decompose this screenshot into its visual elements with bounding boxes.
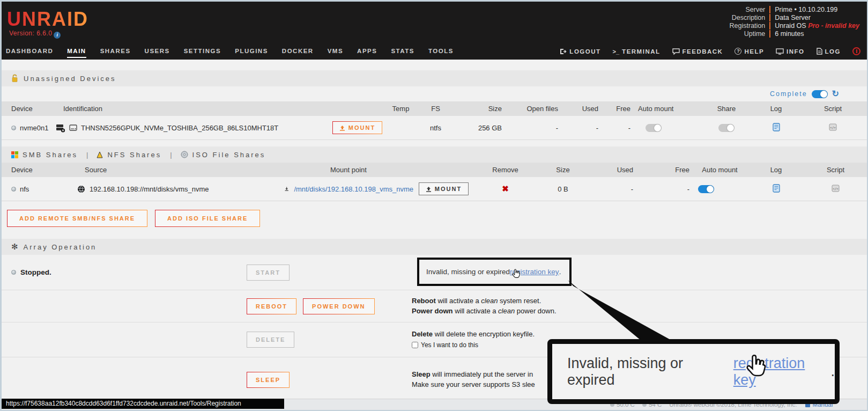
- tab-main[interactable]: MAIN: [67, 45, 86, 58]
- col-share: Share: [700, 105, 753, 113]
- registration-label: Registration: [730, 22, 766, 30]
- share-toggle[interactable]: [718, 124, 735, 132]
- col-auto-mount: Auto mount: [633, 105, 700, 113]
- unassigned-device-row: nvme0n1 THNSN5256GPUK_NVMe_TOSHIBA_256GB…: [2, 116, 867, 140]
- identification-cell: THNSN5256GPUK_NVMe_TOSHIBA_256GB_86LS10M…: [54, 123, 329, 133]
- tab-tools[interactable]: TOOLS: [428, 45, 454, 58]
- tab-settings[interactable]: SETTINGS: [184, 45, 221, 58]
- registration-status: Pro - invalid key: [808, 22, 859, 30]
- delete-confirm-checkbox[interactable]: [412, 342, 418, 348]
- view-log-icon[interactable]: [773, 184, 780, 193]
- feedback-icon: [672, 48, 680, 55]
- download-icon: [285, 185, 288, 193]
- reboot-button[interactable]: REBOOT: [247, 298, 296, 314]
- col-used: Used: [587, 166, 635, 174]
- feedback-button[interactable]: FEEDBACK: [672, 48, 723, 55]
- sleep-button[interactable]: SLEEP: [247, 372, 290, 388]
- array-status-text: Stopped.: [20, 268, 51, 276]
- tab-vms[interactable]: VMS: [328, 45, 343, 58]
- version-label: Version: 6.6.0i: [9, 30, 61, 39]
- col-device: Device: [2, 166, 75, 174]
- tab-dashboard[interactable]: DASHBOARD: [6, 45, 53, 58]
- description-value: Data Server: [769, 14, 859, 21]
- svg-text:</>: </>: [833, 186, 839, 190]
- tab-shares[interactable]: SHARES: [100, 45, 131, 58]
- registration-key-link-zoom[interactable]: registration key: [733, 355, 831, 388]
- col-mount-point: Mount point: [281, 166, 416, 174]
- add-remote-share-button[interactable]: ADD REMOTE SMB/NFS SHARE: [7, 210, 147, 227]
- col-temp: Temp: [386, 105, 416, 113]
- tab-users[interactable]: USERS: [145, 45, 170, 58]
- size-value: 0 B: [539, 185, 587, 193]
- app-header: UNRAID Version: 6.6.0i Server Prime • 10…: [2, 2, 867, 43]
- mount-icon: [426, 186, 432, 192]
- registration-warning-box: Invalid, missing or expired registration…: [417, 258, 572, 286]
- array-alert-button[interactable]: [852, 47, 860, 55]
- col-identification: Identification: [54, 105, 329, 113]
- mount-point-link[interactable]: /mnt/disks/192.168.10.198_vms_nvme: [294, 185, 413, 193]
- auto-mount-toggle[interactable]: [698, 185, 714, 193]
- log-button[interactable]: LOG: [817, 48, 841, 55]
- description-label: Description: [730, 14, 766, 21]
- share-source: 192.168.10.198://mnt/disks/vms_nvme: [90, 185, 209, 193]
- add-iso-share-button[interactable]: ADD ISO FILE SHARE: [155, 210, 260, 227]
- alert-icon: [852, 47, 860, 55]
- remove-share-icon[interactable]: ✖: [502, 184, 509, 193]
- logout-button[interactable]: LOGOUT: [560, 48, 600, 55]
- nav-utilities: LOGOUT >_ TERMINAL FEEDBACK ? HELP INFO …: [560, 47, 860, 55]
- terminal-button[interactable]: >_ TERMINAL: [613, 48, 661, 55]
- section-title: Array Operation: [24, 243, 97, 251]
- iso-disc-icon: [181, 151, 188, 158]
- nav-tabs: DASHBOARD MAIN SHARES USERS SETTINGS PLU…: [6, 45, 454, 58]
- col-fs: FS: [416, 105, 456, 113]
- version-info-icon[interactable]: i: [54, 32, 61, 39]
- unraid-logo: UNRAID: [7, 8, 88, 31]
- free-value: -: [635, 185, 692, 193]
- auto-mount-toggle[interactable]: [646, 124, 662, 132]
- tab-iso-file-shares[interactable]: ISO File Shares: [181, 151, 266, 159]
- complete-toggle[interactable]: [812, 90, 828, 98]
- device-name[interactable]: nvme0n1: [20, 124, 48, 132]
- tab-smb-shares[interactable]: SMB Shares: [11, 151, 78, 159]
- col-size: Size: [539, 166, 587, 174]
- refresh-icon[interactable]: ↻: [832, 90, 839, 98]
- tab-stats[interactable]: STATS: [391, 45, 414, 58]
- tab-plugins[interactable]: PLUGINS: [235, 45, 268, 58]
- col-source: Source: [75, 166, 281, 174]
- info-button[interactable]: INFO: [776, 48, 804, 55]
- browser-status-url: https://f75638aa12fb340c8dcdd63d6f1ffd73…: [2, 399, 284, 409]
- info-icon: [776, 48, 784, 55]
- tab-docker[interactable]: DOCKER: [282, 45, 314, 58]
- delete-button[interactable]: DELETE: [247, 332, 294, 348]
- power-down-button[interactable]: POWER DOWN: [303, 298, 374, 314]
- array-operation-header: ✻ Array Operation: [2, 239, 867, 255]
- section-title: Unassigned Devices: [24, 75, 116, 83]
- registration-value: Unraid OS Pro - invalid key: [769, 22, 859, 30]
- mount-point-cell: /mnt/disks/192.168.10.198_vms_nvme: [281, 185, 416, 193]
- mount-button[interactable]: MOUNT: [332, 121, 382, 134]
- col-size: Size: [456, 105, 504, 113]
- col-free: Free: [600, 105, 633, 113]
- tab-nfs-shares[interactable]: NFS Shares: [97, 151, 161, 159]
- tab-apps[interactable]: APPS: [357, 45, 377, 58]
- smb-windows-icon: [11, 151, 18, 158]
- script-icon[interactable]: </>: [832, 185, 840, 192]
- asterisk-icon: ✻: [11, 242, 18, 252]
- complete-label: Complete: [770, 90, 807, 98]
- device-status-dot: [11, 126, 16, 130]
- share-device-name[interactable]: nfs: [20, 185, 29, 193]
- mount-button[interactable]: MOUNT: [419, 182, 469, 195]
- device-status-dot: [11, 187, 16, 192]
- drive-add-icon[interactable]: [56, 123, 65, 133]
- terminal-icon: >_: [613, 48, 620, 55]
- start-button[interactable]: START: [247, 265, 290, 281]
- registration-key-link[interactable]: registration key: [510, 268, 559, 276]
- script-icon[interactable]: </>: [829, 123, 837, 131]
- main-nav: DASHBOARD MAIN SHARES USERS SETTINGS PLU…: [2, 43, 867, 60]
- view-log-icon[interactable]: [773, 123, 780, 131]
- used-value: -: [587, 185, 635, 193]
- device-identification[interactable]: THNSN5256GPUK_NVMe_TOSHIBA_256GB_86LS10M…: [81, 124, 278, 132]
- unassigned-table-header: Device Identification Temp FS Size Open …: [2, 101, 867, 116]
- device-cell: nvme0n1: [2, 124, 54, 132]
- help-button[interactable]: ? HELP: [735, 48, 764, 55]
